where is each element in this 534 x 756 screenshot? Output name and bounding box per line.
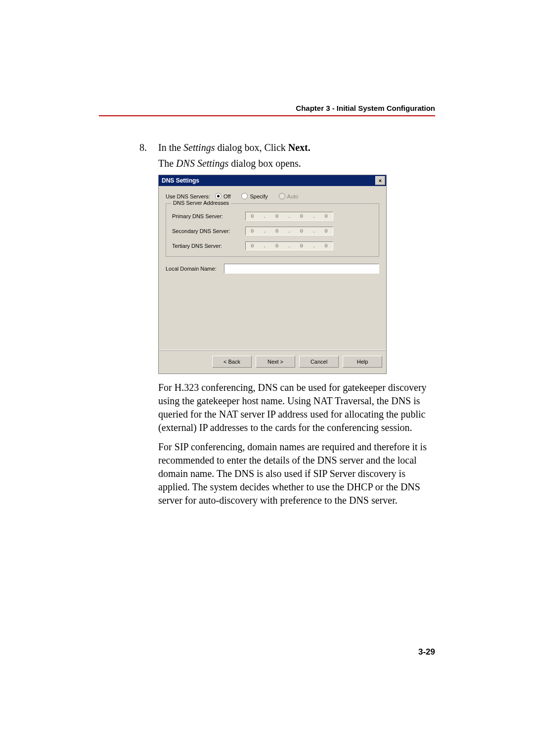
- ip-dot: .: [312, 243, 315, 249]
- radio-icon: [215, 193, 222, 199]
- dialog-wrap: DNS Settings × Use DNS Servers: Off: [158, 175, 435, 374]
- back-button[interactable]: < Back: [212, 356, 252, 368]
- ip-octet: 0: [249, 243, 256, 249]
- ip-octet: 0: [298, 213, 306, 219]
- radio-specify-option[interactable]: Specify: [241, 193, 267, 199]
- subline-italic: DNS Settings: [176, 158, 228, 169]
- help-button[interactable]: Help: [343, 356, 382, 368]
- step-subline: The DNS Settings dialog box opens.: [158, 157, 435, 170]
- ip-dot: .: [288, 228, 291, 234]
- local-domain-row: Local Domain Name:: [166, 264, 379, 274]
- groupbox-title: DNS Server Addresses: [171, 200, 231, 206]
- radio-icon: [241, 193, 248, 199]
- use-dns-row: Use DNS Servers: Off Specify Auto: [166, 193, 379, 199]
- step-text-bold: Next.: [288, 142, 311, 153]
- use-dns-label: Use DNS Servers:: [166, 193, 215, 199]
- ip-octet: 0: [322, 213, 330, 219]
- tertiary-dns-row: Tertiary DNS Server: 0. 0. 0. 0: [172, 241, 373, 250]
- ip-octet: 0: [249, 228, 256, 234]
- page: Chapter 3 - Initial System Configuration…: [0, 0, 534, 756]
- primary-dns-row: Primary DNS Server: 0. 0. 0. 0: [172, 212, 373, 221]
- radio-off-option[interactable]: Off: [215, 193, 230, 199]
- ip-octet: 0: [298, 228, 306, 234]
- tertiary-dns-input[interactable]: 0. 0. 0. 0: [245, 241, 333, 250]
- paragraph-2: For SIP conferencing, domain names are r…: [158, 440, 435, 507]
- subline-post: dialog box opens.: [228, 158, 301, 169]
- ip-octet: 0: [249, 213, 256, 219]
- secondary-dns-input[interactable]: 0. 0. 0. 0: [245, 227, 333, 236]
- dialog-title: DNS Settings: [162, 177, 199, 184]
- step-text-italic: Settings: [183, 142, 215, 153]
- subline-pre: The: [158, 158, 176, 169]
- step-text-pre: In the: [158, 142, 183, 153]
- ip-octet: 0: [322, 228, 330, 234]
- dialog-spacer: [166, 274, 379, 348]
- ip-octet: 0: [273, 228, 281, 234]
- dialog-body: Use DNS Servers: Off Specify Auto: [159, 186, 386, 350]
- primary-dns-input[interactable]: 0. 0. 0. 0: [245, 212, 333, 221]
- step-number: 8.: [139, 141, 147, 154]
- radio-auto-label: Auto: [287, 193, 299, 199]
- close-button[interactable]: ×: [375, 176, 385, 185]
- secondary-dns-row: Secondary DNS Server: 0. 0. 0. 0: [172, 227, 373, 236]
- ip-dot: .: [288, 213, 291, 219]
- ip-dot: .: [263, 213, 267, 219]
- dns-server-addresses-group: DNS Server Addresses Primary DNS Server:…: [166, 203, 379, 257]
- ip-octet: 0: [298, 243, 306, 249]
- primary-dns-label: Primary DNS Server:: [172, 213, 245, 219]
- dialog-titlebar: DNS Settings ×: [159, 175, 386, 186]
- radio-specify-label: Specify: [250, 193, 267, 199]
- secondary-dns-label: Secondary DNS Server:: [172, 228, 245, 234]
- ip-octet: 0: [273, 243, 281, 249]
- radio-icon: [279, 193, 285, 199]
- local-domain-label: Local Domain Name:: [166, 266, 224, 272]
- ip-dot: .: [312, 228, 315, 234]
- cancel-button[interactable]: Cancel: [299, 356, 339, 368]
- page-number: 3-29: [418, 647, 435, 657]
- tertiary-dns-label: Tertiary DNS Server:: [172, 243, 245, 249]
- dns-settings-dialog: DNS Settings × Use DNS Servers: Off: [158, 175, 387, 374]
- ip-dot: .: [263, 228, 267, 234]
- paragraph-1: For H.323 conferencing, DNS can be used …: [158, 381, 435, 434]
- chapter-header: Chapter 3 - Initial System Configuration: [99, 104, 435, 116]
- body-area: 8. In the Settings dialog box, Click Nex…: [158, 141, 435, 507]
- step-line: 8. In the Settings dialog box, Click Nex…: [158, 141, 435, 154]
- radio-auto-option: Auto: [279, 193, 299, 199]
- ip-dot: .: [263, 243, 267, 249]
- radio-off-label: Off: [223, 193, 230, 199]
- step-text-mid: dialog box, Click: [215, 142, 288, 153]
- ip-octet: 0: [322, 243, 330, 249]
- close-icon: ×: [379, 178, 382, 184]
- local-domain-input[interactable]: [224, 264, 379, 274]
- ip-dot: .: [312, 213, 315, 219]
- dialog-button-row: < Back Next > Cancel Help: [159, 351, 386, 374]
- next-button[interactable]: Next >: [256, 356, 295, 368]
- ip-dot: .: [288, 243, 291, 249]
- ip-octet: 0: [273, 213, 281, 219]
